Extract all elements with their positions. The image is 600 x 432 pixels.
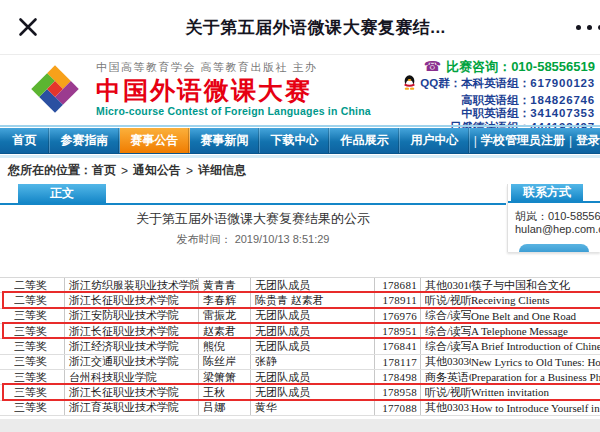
award-cell: 三等奖 xyxy=(14,339,64,353)
category-cell: 其他030105 筷子与中国和合文化 xyxy=(420,278,600,292)
sidebar-button-partial[interactable] xyxy=(519,244,589,252)
qq-group-number: 617900123 xyxy=(530,77,595,89)
qq-group-name: 中职英语组： xyxy=(461,107,530,119)
category-code: 商务英语03 xyxy=(425,370,471,384)
school-cell: 浙江育英职业技术学院 xyxy=(64,401,198,415)
category-cell: 听说/视听说 Written invitation xyxy=(420,385,600,399)
qq-row: 高职英语组：184826746 xyxy=(403,94,595,108)
login-link[interactable]: 登录 xyxy=(576,132,600,149)
tab-article-body[interactable]: 正文 xyxy=(18,184,106,203)
breadcrumb-separator: > xyxy=(121,164,128,178)
work-title: Receiving Clients xyxy=(471,294,550,306)
category-cell: 其他030310 How to Introduce Yourself in a xyxy=(420,401,600,415)
consult-phone: 010-58556519 xyxy=(511,59,595,74)
qq-label: QQ群： xyxy=(420,77,461,89)
entry-id-cell: 178681 xyxy=(374,278,420,292)
entry-id-cell: 178911 xyxy=(374,293,420,307)
work-title: A Brief Introduction of Chinese xyxy=(471,340,600,352)
article-title: 关于第五届外语微课大赛复赛结果的公示 xyxy=(0,210,506,228)
table-row: 二等奖 浙江长征职业技术学院 李春辉 陈贵青 赵素君 178911 听说/视听说… xyxy=(0,293,600,308)
author-cell: 王秋 xyxy=(198,385,250,399)
category-code: 综合/读写03 xyxy=(425,324,471,338)
qq-group-number: 184826746 xyxy=(530,94,595,106)
category-code: 其他030105 xyxy=(425,278,471,292)
site-title: 中国外语微课大赛 xyxy=(96,75,371,105)
award-cell: 三等奖 xyxy=(14,385,64,399)
category-cell: 商务英语03 Preparation for a Business Phon xyxy=(420,370,600,384)
table-row: 三等奖 浙江长征职业技术学院 王秋 无团队成员 178958 听说/视听说 Wr… xyxy=(0,385,600,400)
team-cell: 陈贵青 赵素君 xyxy=(250,293,374,307)
contact-email: hulan@hep.com.cn xyxy=(515,223,600,235)
category-cell: 综合/读写03 A Telephone Message xyxy=(420,324,600,338)
breadcrumb-home-link[interactable]: 首页 xyxy=(92,162,116,179)
wechat-titlebar: 关于第五届外语微课大赛复赛结... xyxy=(0,0,600,55)
nav-separator: | xyxy=(474,134,477,148)
category-cell: 综合/读写03 A Brief Introduction of Chinese xyxy=(420,339,600,353)
nav-item-announcements[interactable]: 赛事公告 xyxy=(120,128,190,153)
table-row: 三等奖 浙江交通职业技术学院 陈丝岸 张静 178117 其他030305 Ne… xyxy=(0,355,600,370)
qq-row: 中职英语组：341407353 xyxy=(403,107,595,121)
author-cell: 李春辉 xyxy=(198,293,250,307)
qq-penguin-icon xyxy=(403,75,416,94)
category-cell: 综合/读写03 One Belt and One Road xyxy=(420,309,600,323)
school-cell: 浙江长征职业技术学院 xyxy=(64,324,198,338)
category-code: 其他030305 xyxy=(425,355,471,369)
entry-id-cell: 177088 xyxy=(374,401,420,415)
telephone-icon: ☎ xyxy=(424,58,441,74)
brand-block: 中国高等教育学会 高等教育出版社 主办 中国外语微课大赛 Micro-cours… xyxy=(96,60,371,117)
author-cell: 黄青青 xyxy=(198,278,250,292)
work-title: 筷子与中国和合文化 xyxy=(471,278,570,292)
work-title: One Belt and One Road xyxy=(471,310,576,322)
qq-group-name: 高职英语组： xyxy=(461,94,530,106)
team-cell: 无团队成员 xyxy=(250,278,374,292)
breadcrumb-prefix: 您所在的位置： xyxy=(8,162,92,179)
nav-separator: | xyxy=(569,134,572,148)
site-header: 中国高等教育学会 高等教育出版社 主办 中国外语微课大赛 Micro-cours… xyxy=(0,56,600,124)
register-school-admin-link[interactable]: 学校管理员注册 xyxy=(481,132,565,149)
work-title: New Lyrics to Old Tunes: How xyxy=(471,356,600,368)
school-cell: 浙江交通职业技术学院 xyxy=(64,355,198,369)
tab-contact-info[interactable]: 联系方式 xyxy=(511,184,583,201)
author-cell: 雷振龙 xyxy=(198,309,250,323)
entry-id-cell: 178498 xyxy=(374,370,420,384)
school-cell: 浙江长征职业技术学院 xyxy=(64,293,198,307)
category-cell: 其他030305 New Lyrics to Old Tunes: How xyxy=(420,355,600,369)
consult-label: 比赛咨询： xyxy=(446,59,511,74)
award-cell: 二等奖 xyxy=(14,278,64,292)
publish-label: 发布时间： xyxy=(177,233,232,245)
nav-item-home[interactable]: 首页 xyxy=(0,128,50,153)
more-menu-icon[interactable] xyxy=(576,25,600,30)
entry-id-cell: 176841 xyxy=(374,339,420,353)
work-title: A Telephone Message xyxy=(471,325,568,337)
category-code: 其他030310 xyxy=(425,401,471,415)
nav-item-user-center[interactable]: 用户中心 xyxy=(400,128,470,153)
consult-line: ☎比赛咨询：010-58556519 xyxy=(403,58,595,75)
nav-right-links: 参赛选手注册 | 学校管理员注册 | 登录 xyxy=(470,128,600,153)
breadcrumb-current: 详细信息 xyxy=(198,162,246,179)
nav-item-works[interactable]: 作品展示 xyxy=(330,128,400,153)
organizer-text: 中国高等教育学会 高等教育出版社 主办 xyxy=(96,60,371,75)
work-title: Written invitation xyxy=(471,386,549,398)
team-cell: 黄华 xyxy=(250,401,374,415)
publish-value: 2019/10/13 8:51:29 xyxy=(235,233,330,245)
award-cell: 三等奖 xyxy=(14,355,64,369)
nav-item-guide[interactable]: 参赛指南 xyxy=(50,128,120,153)
close-icon[interactable] xyxy=(0,16,55,38)
breadcrumb-separator: > xyxy=(186,164,193,178)
qq-group-number: 341407353 xyxy=(530,107,595,119)
table-row: 三等奖 浙江安防职业技术学院 雷振龙 无团队成员 176976 综合/读写03 … xyxy=(0,309,600,324)
page-title: 关于第五届外语微课大赛复赛结... xyxy=(55,16,576,39)
award-cell: 三等奖 xyxy=(14,324,64,338)
nav-item-downloads[interactable]: 下载中心 xyxy=(260,128,330,153)
nav-item-news[interactable]: 赛事新闻 xyxy=(190,128,260,153)
work-title: Preparation for a Business Phon xyxy=(471,371,600,383)
header-contact-block: ☎比赛咨询：010-58556519 QQ群：本科英语组：617900123 高… xyxy=(403,58,595,134)
table-row: 三等奖 浙江长征职业技术学院 赵素君 无团队成员 178951 综合/读写03 … xyxy=(0,324,600,339)
school-cell: 浙江经济职业技术学院 xyxy=(64,339,198,353)
author-cell: 吕娜 xyxy=(198,401,250,415)
author-cell: 陈丝岸 xyxy=(198,355,250,369)
breadcrumb-notices-link[interactable]: 通知公告 xyxy=(133,162,181,179)
results-table: 二等奖 浙江纺织服装职业技术学院 黄青青 无团队成员 178681 其他0301… xyxy=(0,277,600,416)
qq-group-name: 本科英语组： xyxy=(461,77,530,89)
author-cell: 熊倪 xyxy=(198,339,250,353)
